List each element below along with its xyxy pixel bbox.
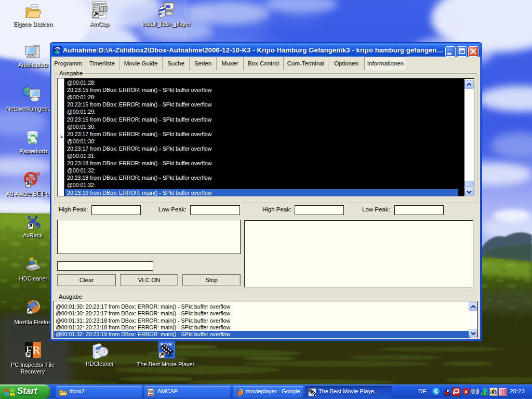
svg-text:R: R	[32, 343, 41, 357]
svg-text:Microsoft: Microsoft	[93, 2, 106, 5]
svg-text:layer: layer	[164, 353, 174, 358]
